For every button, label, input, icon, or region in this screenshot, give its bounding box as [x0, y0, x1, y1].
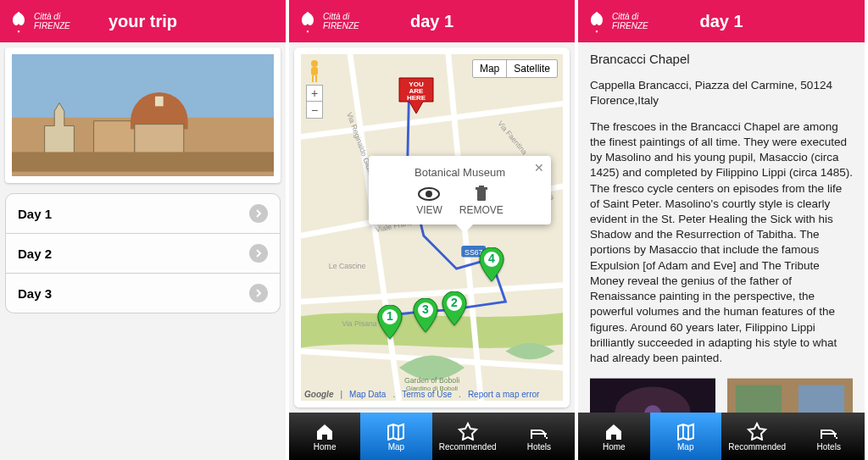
callout-title: Botanical Museum	[377, 166, 542, 179]
tab-bar: HomeMapRecommendedHotels	[578, 413, 865, 460]
svg-rect-18	[312, 75, 314, 82]
svg-rect-19	[315, 75, 317, 82]
tab-bed[interactable]: Hotels	[504, 413, 575, 460]
brand-logo: Città diFIRENZE	[296, 9, 359, 33]
map-footer: Google | Map Data . Terms of Use . Repor…	[304, 390, 559, 399]
svg-text:Garden of Boboli: Garden of Boboli	[404, 376, 459, 385]
day-label: Day 2	[18, 247, 52, 261]
header: Città diFIRENZE your trip	[0, 0, 286, 42]
you-are-here-marker: YOU ARE HERE	[396, 76, 437, 124]
svg-rect-46	[736, 385, 782, 413]
svg-text:Via Pisana: Via Pisana	[342, 319, 376, 328]
day-list-item[interactable]: Day 3	[5, 274, 281, 313]
map-marker[interactable]: 4	[479, 247, 504, 281]
map-callout: ✕ Botanical Museum VIEW REMOVE	[369, 156, 551, 224]
screen-poi-detail: Città diFIRENZE day 1 Brancacci Chapel C…	[578, 0, 868, 460]
tab-map[interactable]: Map	[360, 413, 431, 460]
tab-label: Map	[388, 442, 404, 452]
svg-text:HERE: HERE	[407, 94, 426, 102]
svg-rect-27	[479, 186, 484, 188]
poi-thumbnails	[590, 378, 853, 413]
poi-thumbnail[interactable]	[727, 378, 853, 413]
poi-detail[interactable]: Brancacci Chapel Cappella Brancacci, Pia…	[578, 42, 865, 413]
tab-star[interactable]: Recommended	[432, 413, 504, 460]
tab-map[interactable]: Map	[650, 413, 722, 460]
brand-logo: Città diFIRENZE	[7, 9, 70, 33]
svg-rect-4	[12, 152, 274, 171]
map-type-map[interactable]: Map	[473, 60, 507, 77]
tab-bed[interactable]: Hotels	[793, 413, 865, 460]
map-marker[interactable]: 3	[413, 298, 438, 332]
chevron-right-icon	[249, 284, 268, 302]
tab-label: Hotels	[817, 442, 841, 452]
tab-label: Home	[603, 442, 626, 452]
tab-label: Map	[677, 442, 693, 452]
zoom-control: + −	[306, 85, 323, 119]
day-label: Day 1	[18, 207, 52, 221]
callout-remove-label: REMOVE	[459, 204, 504, 216]
zoom-in-button[interactable]: +	[306, 85, 323, 102]
brand-logo: Città diFIRENZE	[585, 9, 648, 33]
map-type-satellite[interactable]: Satellite	[507, 60, 557, 77]
poi-body: The frescoes in the Brancacci Chapel are…	[590, 119, 853, 367]
map-marker[interactable]: 2	[442, 291, 467, 325]
day-list-item[interactable]: Day 1	[5, 193, 281, 234]
tab-home[interactable]: Home	[578, 413, 650, 460]
tab-label: Hotels	[527, 442, 551, 452]
map-marker[interactable]: 1	[377, 305, 403, 339]
close-icon[interactable]: ✕	[534, 161, 544, 175]
svg-point-24	[426, 191, 432, 197]
map[interactable]: SS67 Garden of Boboli Giardino di Boboli…	[294, 47, 570, 407]
header: Città diFIRENZE day 1	[289, 0, 575, 42]
svg-text:Le Cascine: Le Cascine	[329, 262, 366, 270]
hero-image	[5, 47, 281, 183]
screen-day-map: Città diFIRENZE day 1 SS67 Ga	[289, 0, 578, 460]
tab-label: Recommended	[439, 442, 497, 452]
tab-star[interactable]: Recommended	[721, 413, 793, 460]
tab-label: Recommended	[728, 442, 786, 452]
tab-label: Home	[314, 442, 337, 452]
chevron-right-icon	[249, 204, 268, 223]
callout-view-button[interactable]: VIEW	[416, 186, 442, 216]
chevron-right-icon	[249, 244, 268, 263]
zoom-out-button[interactable]: −	[306, 102, 323, 119]
svg-point-16	[311, 60, 318, 67]
callout-remove-button[interactable]: REMOVE	[459, 186, 504, 216]
poi-thumbnail[interactable]	[590, 378, 715, 413]
header: Città diFIRENZE day 1	[578, 0, 865, 42]
screen-your-trip: Città diFIRENZE your trip Day 1 Day 2 Da…	[0, 0, 289, 460]
svg-rect-47	[798, 385, 844, 413]
tab-bar: HomeMapRecommendedHotels	[289, 413, 575, 460]
poi-name: Brancacci Chapel	[590, 51, 853, 68]
map-footer-link[interactable]: Terms of Use	[402, 390, 452, 399]
map-footer-link[interactable]: Map Data	[349, 390, 386, 399]
svg-rect-25	[477, 189, 486, 201]
poi-address: Cappella Brancacci, Piazza del Carmine, …	[590, 78, 853, 108]
day-list: Day 1 Day 2 Day 3	[5, 193, 281, 313]
map-type-control: Map Satellite	[472, 59, 558, 78]
callout-view-label: VIEW	[416, 204, 442, 216]
map-footer-link[interactable]: Report a map error	[468, 390, 539, 399]
svg-rect-17	[311, 67, 318, 75]
tab-home[interactable]: Home	[289, 413, 360, 460]
day-list-item[interactable]: Day 2	[5, 234, 281, 274]
day-label: Day 3	[18, 286, 52, 301]
svg-rect-3	[155, 97, 164, 107]
pegman-icon[interactable]	[304, 59, 325, 83]
map-provider: Google	[304, 390, 333, 399]
